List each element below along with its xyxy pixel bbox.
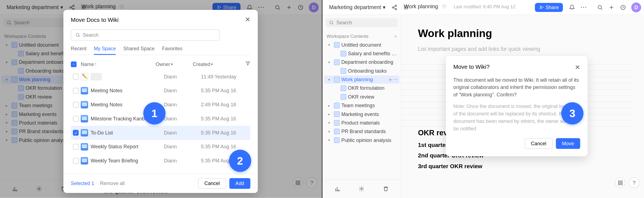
- svg-rect-23: [618, 183, 620, 185]
- chevron-icon[interactable]: ▾: [328, 138, 332, 142]
- tree-item[interactable]: OKR formulation: [324, 84, 399, 93]
- tree-item[interactable]: Onboarding tasks: [324, 67, 399, 75]
- tree-label: Public opinion analysis: [341, 137, 391, 143]
- select-all-checkbox[interactable]: −: [71, 61, 77, 67]
- tree-item[interactable]: ▾Department onboarding: [324, 58, 399, 67]
- modal-search-input[interactable]: Search: [71, 29, 220, 41]
- row-created: 5:35 PM Aug 16: [201, 144, 250, 150]
- selected-count: Selected 1: [71, 181, 94, 186]
- row-created: 5:35 PM Aug 16: [201, 116, 250, 122]
- chevron-icon[interactable]: ▾: [328, 121, 332, 125]
- share-label: Share: [546, 4, 559, 10]
- add-button[interactable]: Add: [229, 178, 250, 189]
- tree-item[interactable]: ▾Untitled document: [324, 41, 399, 49]
- avatar[interactable]: D: [631, 2, 641, 12]
- list-row[interactable]: ✓ To-Do List Diann 5:35 PM Aug 16: [71, 126, 250, 140]
- tree-item[interactable]: ▾PR Brand standards: [324, 127, 399, 136]
- filter-icon[interactable]: [242, 61, 250, 67]
- tree-item[interactable]: ▸Marketing events: [324, 110, 399, 118]
- catalog-icon[interactable]: [615, 177, 626, 188]
- doc-icon: [334, 120, 340, 126]
- bell-icon[interactable]: [566, 1, 578, 13]
- doc-icon: [341, 51, 346, 57]
- row-checkbox[interactable]: ✓: [73, 130, 79, 136]
- col-created[interactable]: Created: [193, 61, 210, 67]
- tree-item[interactable]: Salary and benefits system: [324, 49, 399, 58]
- doc-icon: [341, 85, 346, 91]
- list-row[interactable]: Meeting Notes Diann 5:35 PM Aug 16: [71, 84, 250, 98]
- doc-icon: [334, 111, 340, 117]
- stats-icon[interactable]: [332, 183, 344, 195]
- more-icon[interactable]: ⋯: [393, 76, 398, 83]
- last-modified: Last modified: 6:40 PM Aug 12: [454, 4, 515, 9]
- step-badge-1: 1: [143, 102, 166, 125]
- cancel-button[interactable]: Cancel: [525, 138, 553, 149]
- tree-item[interactable]: ▸Team meetings: [324, 101, 399, 110]
- row-checkbox[interactable]: [73, 116, 79, 122]
- sidebar-search[interactable]: Search: [326, 18, 398, 27]
- svg-point-8: [76, 33, 79, 36]
- tree-label: Department onboarding: [341, 59, 393, 65]
- add-icon[interactable]: +: [389, 76, 392, 83]
- plus-icon[interactable]: [606, 1, 617, 13]
- row-checkbox[interactable]: [73, 158, 79, 164]
- doc-icon: [334, 103, 340, 109]
- chevron-icon[interactable]: ▾: [328, 130, 332, 134]
- row-checkbox[interactable]: [73, 74, 79, 80]
- confirm-body: This document will be moved to Wiki. It …: [453, 76, 580, 99]
- trash-icon[interactable]: [380, 183, 392, 195]
- placeholder-text[interactable]: List important pages and add links for q…: [418, 46, 628, 52]
- tree-item[interactable]: OKR review: [324, 93, 399, 101]
- list-row[interactable]: Weekly Status Report Diann 5:35 PM Aug 1…: [71, 140, 250, 154]
- more-icon[interactable]: ⋯: [578, 1, 589, 13]
- svg-point-13: [396, 5, 397, 6]
- tree-item[interactable]: ▾Public opinion analysis: [324, 136, 399, 144]
- move-button[interactable]: Move: [556, 138, 580, 149]
- chevron-icon[interactable]: ▸: [328, 104, 332, 108]
- row-owner: Diann: [164, 158, 201, 164]
- doc-icon: [81, 143, 88, 151]
- close-icon[interactable]: ✕: [245, 16, 250, 23]
- tab[interactable]: Favorites: [162, 46, 182, 55]
- close-icon[interactable]: ✕: [575, 64, 580, 71]
- row-name: [90, 74, 102, 80]
- chevron-icon[interactable]: ▸: [328, 112, 332, 116]
- row-created: 5:35 PM Aug 16: [201, 130, 250, 136]
- row-owner: Diann: [164, 88, 201, 94]
- col-name[interactable]: Name: [81, 61, 94, 67]
- tab[interactable]: My Space: [94, 46, 116, 55]
- star-icon[interactable]: ☆: [441, 2, 447, 10]
- clock-icon[interactable]: [617, 1, 629, 13]
- list-row[interactable]: Weekly Team Briefing Diann 5:35 PM Aug 1…: [71, 154, 250, 168]
- tab[interactable]: Recent: [71, 46, 87, 55]
- row-checkbox[interactable]: [73, 102, 79, 108]
- svg-rect-24: [621, 183, 622, 185]
- search-placeholder: Search: [336, 20, 352, 26]
- workspace-dropdown[interactable]: Marketing department ▾: [326, 2, 389, 12]
- tree-label: Work planning: [341, 77, 373, 83]
- share-button[interactable]: Share: [535, 3, 563, 12]
- remove-all-button[interactable]: Remove all: [100, 181, 125, 186]
- tree-item[interactable]: ▾Work planning+ ⋯: [324, 75, 399, 84]
- row-checkbox[interactable]: [73, 144, 79, 150]
- row-owner: Diann: [164, 74, 201, 80]
- settings-icon[interactable]: [356, 183, 368, 195]
- doc-icon: [81, 101, 88, 109]
- list-row[interactable]: Diann 11:49 Yesterday: [71, 70, 250, 84]
- chevron-down-icon: ▾: [211, 62, 213, 66]
- chevron-icon[interactable]: ▾: [328, 78, 332, 82]
- add-content-icon[interactable]: +: [394, 34, 397, 39]
- col-owner[interactable]: Owner: [156, 61, 170, 67]
- tree-label: Marketing events: [341, 111, 379, 117]
- chevron-icon[interactable]: ▾: [328, 43, 332, 47]
- svg-point-17: [598, 5, 601, 9]
- share-tree-icon[interactable]: [389, 1, 400, 13]
- cancel-button[interactable]: Cancel: [198, 178, 226, 189]
- doc-icon: [81, 87, 88, 94]
- search-icon[interactable]: [594, 1, 606, 13]
- help-icon[interactable]: ?: [629, 177, 640, 188]
- tab[interactable]: Shared Space: [123, 46, 155, 55]
- chevron-icon[interactable]: ▾: [328, 60, 332, 64]
- row-checkbox[interactable]: [73, 88, 79, 94]
- tree-item[interactable]: ▾Product materials: [324, 119, 399, 127]
